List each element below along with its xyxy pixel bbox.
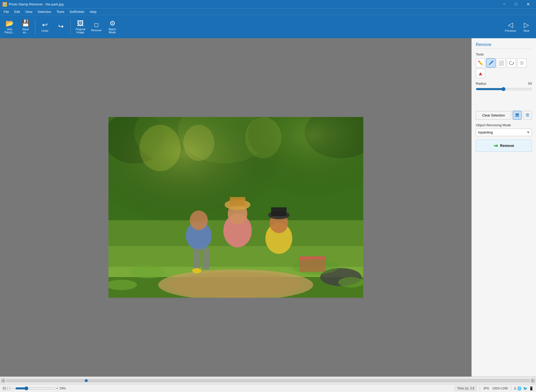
redo-button[interactable]: ↪ — [53, 17, 68, 37]
svg-rect-46 — [480, 73, 481, 74]
tools-section: Tools ✏️ 🖊️ ⬜ — [476, 52, 532, 78]
undo-label: Undo — [42, 29, 48, 32]
add-file-button[interactable]: 📂 AddFile(s)... — [2, 17, 17, 37]
scroll-right-button[interactable]: ▷ — [531, 379, 535, 383]
svg-rect-47 — [479, 75, 482, 75]
menu-view[interactable]: View — [22, 9, 35, 15]
title-bar-text: Photo Stamp Remover - the-park.jpg — [9, 2, 64, 6]
svg-point-32 — [129, 265, 165, 278]
svg-rect-51 — [516, 116, 518, 117]
original-image-icon: 🖼 — [77, 20, 84, 27]
menu-edit[interactable]: Edit — [12, 9, 22, 15]
toolbar-separator-1 — [35, 19, 35, 35]
next-label: Next — [524, 29, 530, 32]
menu-bar: File Edit View Selection Tools SoftOrbit… — [0, 8, 536, 15]
maximize-button[interactable]: □ — [510, 0, 522, 8]
panel-title: Remove — [476, 42, 532, 49]
undo-button[interactable]: ↩ Undo — [37, 17, 52, 37]
action-row: Clear Selection — [476, 111, 532, 120]
brush-tool-button[interactable]: ✏️ — [476, 58, 485, 68]
fit-to-window-button[interactable]: ⊡ — [3, 386, 6, 391]
radius-value: 50 — [528, 82, 532, 85]
info-icons: ℹ 🌐 🐦 📱 — [514, 386, 533, 390]
toolbar-separator-2 — [70, 19, 71, 35]
zoom-in-button[interactable]: + — [56, 386, 59, 391]
radius-section: Radius 50 — [476, 82, 532, 92]
zoom-controls: ⊡ □ − + 59% — [3, 385, 66, 391]
zoom-value: 59% — [60, 387, 66, 390]
previous-label: Previous — [505, 29, 516, 32]
clear-selection-button[interactable]: Clear Selection — [476, 111, 511, 120]
time-value: 3.8 — [470, 387, 475, 390]
app-icon: 🖼️ — [2, 2, 7, 7]
mode-section: Object Removing Mode Inpainting Content-… — [476, 123, 532, 136]
remove-action-label: Remove — [500, 144, 514, 148]
menu-softorbits[interactable]: SoftOrbits — [67, 9, 87, 15]
svg-line-41 — [520, 61, 521, 62]
zoom-slider[interactable] — [15, 386, 54, 390]
redo-icon: ↪ — [58, 23, 64, 30]
zoom-out-button[interactable]: − — [11, 386, 14, 391]
menu-tools[interactable]: Tools — [54, 9, 67, 15]
batch-mode-icon: ⚙ — [109, 20, 115, 27]
svg-rect-53 — [526, 113, 529, 115]
tools-row: ✏️ 🖊️ ⬜ — [476, 58, 532, 78]
magic-wand-tool-button[interactable] — [517, 58, 526, 68]
svg-point-33 — [292, 259, 338, 275]
remove-toolbar-label: Remove — [91, 29, 102, 32]
menu-file[interactable]: File — [1, 9, 12, 15]
svg-line-42 — [523, 64, 523, 65]
scrollbar-area: ◁ ▷ — [0, 377, 536, 384]
next-icon: ▷ — [524, 21, 529, 28]
file-format: JPG — [483, 387, 489, 390]
remove-arrow-icon: ⇒ — [494, 143, 498, 149]
batch-mode-button[interactable]: ⚙ BatchMode — [105, 17, 120, 37]
svg-point-35 — [338, 277, 363, 287]
original-image-button[interactable]: 🖼 OriginalImage — [73, 17, 88, 37]
rect-select-tool-button[interactable]: ⬜ — [496, 58, 506, 68]
title-bar: 🖼️ Photo Stamp Remover - the-park.jpg − … — [0, 0, 536, 8]
svg-rect-49 — [516, 113, 518, 115]
previous-button[interactable]: ◁ Previous — [503, 17, 518, 37]
menu-selection[interactable]: Selection — [35, 9, 54, 15]
status-right: Time (s): 3.8 JPG 1920×1280 ℹ 🌐 🐦 📱 — [455, 386, 533, 391]
mode-label: Object Removing Mode — [476, 123, 532, 127]
scroll-left-button[interactable]: ◁ — [1, 379, 5, 383]
mode-dropdown[interactable]: Inpainting Content-Aware Fill Clone — [476, 129, 532, 136]
fit-page-button[interactable]: □ — [7, 386, 10, 391]
status-bar: ⊡ □ − + 59% Time (s): 3.8 JPG 1920×1280 … — [0, 384, 536, 392]
save-selection-button[interactable] — [513, 111, 522, 120]
add-file-label: AddFile(s)... — [4, 28, 15, 34]
menu-help[interactable]: Help — [87, 9, 99, 15]
horizontal-scrollbar-track[interactable] — [6, 379, 530, 382]
mobile-icon[interactable]: 📱 — [529, 386, 533, 390]
web-icon[interactable]: 🌐 — [517, 386, 522, 390]
time-badge: Time (s): 3.8 — [455, 386, 477, 391]
svg-point-40 — [521, 62, 523, 64]
horizontal-scrollbar-thumb[interactable] — [85, 379, 88, 382]
right-panel: Remove Tools ✏️ 🖊️ ⬜ Radius — [471, 38, 536, 377]
stamp-tool-button[interactable] — [476, 69, 485, 78]
batch-mode-label: BatchMode — [109, 28, 116, 34]
twitter-icon[interactable]: 🐦 — [523, 386, 527, 390]
save-as-icon: 💾 — [21, 20, 30, 27]
remove-toolbar-button[interactable]: ◻ Remove — [89, 17, 104, 37]
remove-toolbar-icon: ◻ — [94, 22, 99, 28]
next-button[interactable]: ▷ Next — [519, 17, 534, 37]
toolbar: 📂 AddFile(s)... 💾 Saveas... ↩ Undo ↪ 🖼 O… — [0, 15, 536, 38]
svg-line-44 — [523, 61, 523, 62]
canvas-area[interactable] — [0, 38, 471, 377]
marker-tool-button[interactable]: 🖊️ — [486, 58, 495, 68]
radius-slider[interactable] — [476, 87, 532, 91]
remove-action-button[interactable]: ⇒ Remove — [476, 140, 532, 152]
minimize-button[interactable]: − — [498, 0, 510, 8]
save-as-button[interactable]: 💾 Saveas... — [18, 17, 33, 37]
info-icon[interactable]: ℹ — [514, 386, 516, 390]
load-selection-button[interactable] — [523, 111, 532, 120]
close-button[interactable]: ✕ — [522, 0, 534, 8]
lasso-tool-button[interactable] — [507, 58, 516, 68]
time-label: Time (s): — [457, 387, 469, 390]
previous-icon: ◁ — [508, 21, 513, 28]
title-bar-left: 🖼️ Photo Stamp Remover - the-park.jpg — [2, 2, 64, 7]
radius-label: Radius — [476, 82, 486, 85]
